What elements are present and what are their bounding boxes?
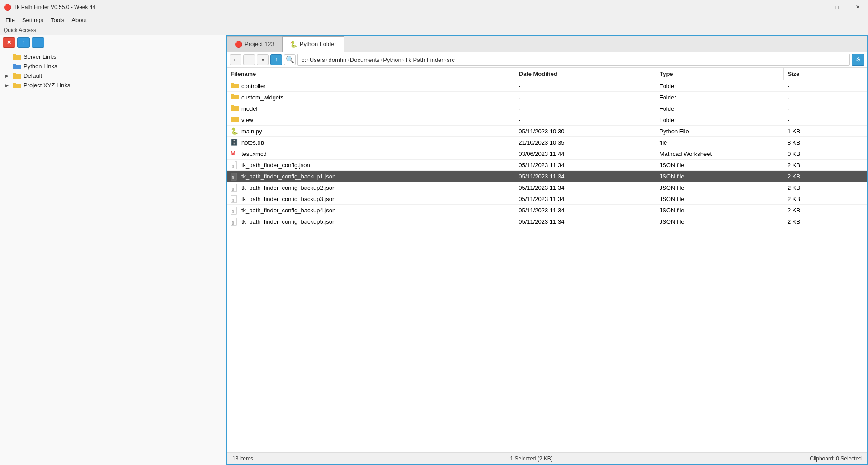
tabs-bar: 🔴 Project 123 🐍 Python Folder bbox=[227, 36, 867, 52]
cell-date: - bbox=[515, 114, 656, 126]
cell-filename: M test.xmcd bbox=[227, 148, 515, 160]
cell-size: 2 KB bbox=[784, 205, 867, 216]
nav-bar: ← → ▾ ↑ 🔍 c: › Users › domhn › Documents… bbox=[227, 52, 867, 68]
nav-dropdown-button[interactable]: ▾ bbox=[257, 54, 269, 65]
table-row[interactable]: {} tk_path_finder_config_backup2.json 05… bbox=[227, 182, 867, 193]
cell-size: - bbox=[784, 92, 867, 103]
cell-filename: {} tk_path_finder_config.json bbox=[227, 160, 515, 171]
cell-filename: {} tk_path_finder_config_backup1.json bbox=[227, 171, 515, 182]
sidebar-item-default[interactable]: ▶ Default bbox=[0, 71, 226, 80]
up2-button[interactable]: ↑ bbox=[32, 37, 44, 48]
tab-project123[interactable]: 🔴 Project 123 bbox=[227, 36, 282, 52]
cell-size: 2 KB bbox=[784, 193, 867, 205]
remove-button[interactable]: ✕ bbox=[3, 37, 15, 48]
svg-text:{}: {} bbox=[232, 187, 234, 191]
sidebar-toolbar: ✕ ↑ ↑ bbox=[0, 35, 226, 50]
sidebar-label-python-links: Python Links bbox=[24, 63, 57, 70]
breadcrumb-bar: c: › Users › domhn › Documents › Python … bbox=[297, 54, 850, 66]
table-row[interactable]: view - Folder - bbox=[227, 114, 867, 126]
json-file-icon: {} bbox=[231, 218, 239, 225]
search-button[interactable]: 🔍 bbox=[284, 54, 296, 65]
menu-about[interactable]: About bbox=[68, 16, 90, 24]
folder-file-icon bbox=[231, 116, 239, 123]
tab-label-python-folder: Python Folder bbox=[300, 41, 336, 47]
menu-bar: File Settings Tools About bbox=[0, 14, 868, 25]
status-bar: 13 Items 1 Selected (2 KB) Clipboard: 0 … bbox=[227, 452, 867, 464]
up1-button[interactable]: ↑ bbox=[17, 37, 30, 48]
table-row[interactable]: model - Folder - bbox=[227, 103, 867, 114]
table-row[interactable]: {} tk_path_finder_config.json 05/11/2023… bbox=[227, 160, 867, 171]
breadcrumb-documents[interactable]: Documents bbox=[350, 56, 380, 63]
folder-file-icon bbox=[231, 94, 239, 101]
folder-icon-project-xyz bbox=[13, 82, 21, 89]
table-row[interactable]: {} tk_path_finder_config_backup4.json 05… bbox=[227, 205, 867, 216]
cell-type: Folder bbox=[656, 103, 784, 114]
table-row[interactable]: {} tk_path_finder_config_backup5.json 05… bbox=[227, 216, 867, 227]
tab-icon-python-folder: 🐍 bbox=[290, 41, 297, 48]
breadcrumb-domhn[interactable]: domhn bbox=[328, 56, 346, 63]
cell-date: 05/11/2023 11:34 bbox=[515, 205, 656, 216]
col-date-modified[interactable]: Date Modified bbox=[515, 68, 656, 80]
status-item-count: 13 Items bbox=[232, 456, 253, 462]
nav-go-button[interactable]: ⚙ bbox=[852, 54, 864, 66]
tab-python-folder[interactable]: 🐍 Python Folder bbox=[282, 36, 344, 52]
main-layout: ✕ ↑ ↑ Server Links bbox=[0, 35, 868, 465]
col-type[interactable]: Type bbox=[656, 68, 784, 80]
table-row[interactable]: {} tk_path_finder_config_backup3.json 05… bbox=[227, 193, 867, 205]
breadcrumb-users[interactable]: Users bbox=[310, 56, 325, 63]
window-controls: — □ ✕ bbox=[806, 0, 868, 14]
cell-size: 0 KB bbox=[784, 148, 867, 160]
nav-forward-button[interactable]: → bbox=[243, 54, 255, 65]
breadcrumb-tkpathfinder[interactable]: Tk Path Finder bbox=[405, 56, 443, 63]
cell-filename: controller bbox=[227, 80, 515, 92]
status-clipboard: Clipboard: 0 Selected bbox=[810, 456, 862, 462]
cell-filename: view bbox=[227, 114, 515, 126]
breadcrumb-src[interactable]: src bbox=[447, 56, 454, 63]
cell-size: 2 KB bbox=[784, 216, 867, 227]
maximize-button[interactable]: □ bbox=[826, 0, 847, 14]
minimize-button[interactable]: — bbox=[806, 0, 826, 14]
cell-type: file bbox=[656, 137, 784, 148]
sidebar-item-server-links[interactable]: Server Links bbox=[0, 52, 226, 61]
menu-tools[interactable]: Tools bbox=[47, 16, 68, 24]
breadcrumb-python[interactable]: Python bbox=[383, 56, 401, 63]
cell-filename: custom_widgets bbox=[227, 92, 515, 103]
svg-text:{}: {} bbox=[232, 221, 234, 225]
table-row[interactable]: 🐍 main.py 05/11/2023 10:30 Python File 1… bbox=[227, 126, 867, 137]
cell-size: - bbox=[784, 103, 867, 114]
cell-type: Mathcad Worksheet bbox=[656, 148, 784, 160]
breadcrumb-c[interactable]: c: bbox=[302, 56, 306, 63]
col-size[interactable]: Size bbox=[784, 68, 867, 80]
nav-up-button[interactable]: ↑ bbox=[270, 54, 282, 65]
cell-date: 05/11/2023 11:34 bbox=[515, 171, 656, 182]
svg-text:{}: {} bbox=[232, 164, 234, 168]
tab-label-project123: Project 123 bbox=[245, 41, 274, 47]
nav-back-button[interactable]: ← bbox=[230, 54, 241, 65]
breadcrumb-sep-5: › bbox=[402, 57, 404, 62]
breadcrumb-sep-2: › bbox=[326, 57, 328, 62]
file-table-body: controller - Folder - bbox=[227, 80, 867, 227]
title-bar-left: 🔴 Tk Path Finder V0.55.0 - Week 44 bbox=[4, 4, 95, 11]
sidebar-item-project-xyz[interactable]: ▶ Project XYZ Links bbox=[0, 80, 226, 90]
close-button[interactable]: ✕ bbox=[847, 0, 868, 14]
table-row-selected[interactable]: {} tk_path_finder_config_backup1.json 05… bbox=[227, 171, 867, 182]
json-file-icon: {} bbox=[231, 161, 239, 169]
cell-type: JSON file bbox=[656, 193, 784, 205]
table-row[interactable]: controller - Folder - bbox=[227, 80, 867, 92]
python-file-icon: 🐍 bbox=[231, 127, 239, 135]
sidebar-tree: Server Links Python Links ▶ bbox=[0, 50, 226, 465]
cell-date: 21/10/2023 10:35 bbox=[515, 137, 656, 148]
cell-filename: {} tk_path_finder_config_backup3.json bbox=[227, 193, 515, 205]
menu-settings[interactable]: Settings bbox=[19, 16, 47, 24]
col-filename[interactable]: Filename bbox=[227, 68, 515, 80]
sidebar-label-default: Default bbox=[24, 72, 42, 79]
menu-file[interactable]: File bbox=[2, 16, 19, 24]
table-row[interactable]: M test.xmcd 03/06/2023 11:44 Mathcad Wor… bbox=[227, 148, 867, 160]
cell-size: 2 KB bbox=[784, 160, 867, 171]
breadcrumb-sep-3: › bbox=[347, 57, 349, 62]
svg-text:{}: {} bbox=[232, 198, 234, 202]
cell-size: - bbox=[784, 80, 867, 92]
sidebar-item-python-links[interactable]: Python Links bbox=[0, 61, 226, 71]
table-row[interactable]: 🗄️ notes.db 21/10/2023 10:35 file 8 KB bbox=[227, 137, 867, 148]
table-row[interactable]: custom_widgets - Folder - bbox=[227, 92, 867, 103]
